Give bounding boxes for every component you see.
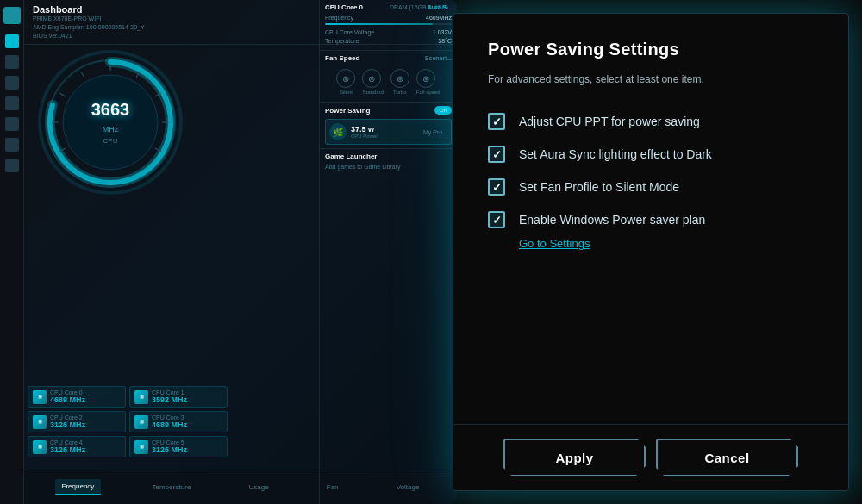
svg-line-6: [81, 72, 84, 78]
svg-line-5: [59, 93, 66, 96]
frequency-row: Frequency 4609MHz: [325, 15, 452, 21]
power-watts: 37.5 w: [351, 125, 378, 134]
checkbox-box-windows-power: ✓: [488, 211, 505, 228]
core-icon-0: ≋: [33, 390, 47, 404]
app-logo: [3, 7, 21, 24]
game-launcher-section: Game Launcher Add games to Game Library: [320, 149, 457, 173]
modal-subtitle: For advanced settings, select at least o…: [488, 72, 814, 87]
checkbox-box-aura-sync: ✓: [488, 146, 505, 163]
cpu-info-section: CPU Core 0 Aura S... Frequency 4609MHz C…: [320, 0, 457, 51]
gauge-label: CPU: [91, 137, 130, 145]
dashboard-panel: Dashboard PRIME X670E-PRO WIFI AMD Eng S…: [0, 0, 457, 504]
checkbox-fan-profile[interactable]: ✓ Set Fan Profile to Silent Mode: [488, 178, 814, 196]
my-profile-tab[interactable]: My Pro...: [423, 129, 447, 135]
sidebar-icon-3[interactable]: [5, 96, 19, 110]
modal-content: Power Saving Settings For advanced setti…: [453, 14, 848, 415]
game-launcher-title: Game Launcher: [325, 152, 452, 160]
voltage-row: CPU Core Voltage 1.032V: [325, 29, 452, 35]
core-item: ≋ CPU Core 1 3592 MHz: [129, 386, 228, 408]
header-left: Dashboard PRIME X670E-PRO WIFI AMD Eng S…: [33, 4, 145, 40]
power-leaf-icon: 🌿: [329, 123, 347, 140]
power-toggle[interactable]: On: [434, 106, 452, 115]
checkbox-label-fan-profile: Set Fan Profile to Silent Mode: [519, 180, 679, 194]
dashboard-title: Dashboard: [33, 4, 145, 15]
cancel-button[interactable]: Cancel: [656, 439, 798, 476]
tab-temperature[interactable]: Temperature: [145, 480, 197, 495]
core-icon-5: ≋: [134, 440, 148, 454]
scenario-label: Scenari...: [425, 55, 452, 61]
frequency-bar: [325, 23, 452, 25]
sidebar: [0, 0, 24, 504]
fan-mode-full[interactable]: ⊛ Full speed: [416, 69, 440, 95]
checkbox-aura-sync[interactable]: ✓ Set Aura Sync lighting effect to Dark: [488, 146, 814, 163]
fan-mode-turbo[interactable]: ⊛ Turbo: [390, 69, 409, 95]
cpu-gauge: 3663 MHz CPU: [24, 36, 197, 208]
core-icon-3: ≋: [134, 415, 148, 429]
core-icon-4: ≋: [33, 440, 47, 454]
aura-label: Aura S...: [428, 4, 452, 10]
checkbox-box-cpu-ppt: ✓: [488, 113, 505, 130]
gauge-reading: 3663 MHz CPU: [91, 100, 130, 145]
power-item: 🌿 37.5 w CPU Power My Pro...: [325, 119, 452, 145]
right-panel: CPU Core 0 Aura S... Frequency 4609MHz C…: [319, 0, 457, 504]
checkbox-windows-power[interactable]: ✓ Enable Windows Power saver plan: [488, 211, 814, 228]
core-item: ≋ CPU Core 4 3126 MHz: [28, 436, 126, 457]
sidebar-icon-4[interactable]: [5, 117, 19, 131]
fan-section: Fan Speed Scenari... ⊛ Silent ⊛ Standard…: [320, 51, 457, 103]
temperature-row: Temperature 38°C: [325, 38, 452, 44]
modal-footer: Apply Cancel: [453, 425, 848, 490]
checkbox-list: ✓ Adjust CPU PPT for power saving ✓ Set …: [488, 113, 814, 398]
sidebar-icon-5[interactable]: [5, 138, 19, 152]
checkbox-label-cpu-ppt: Adjust CPU PPT for power saving: [519, 115, 700, 128]
apply-button[interactable]: Apply: [503, 439, 646, 476]
tab-frequency[interactable]: Frequency: [55, 479, 102, 495]
core-item: ≋ CPU Core 0 4689 MHz: [28, 386, 126, 408]
gauge-value: 3663: [91, 100, 130, 120]
checkbox-box-fan-profile: ✓: [488, 178, 505, 196]
sidebar-icon-1[interactable]: [5, 55, 19, 69]
modal-title: Power Saving Settings: [488, 40, 814, 59]
sidebar-icon-info[interactable]: [5, 34, 19, 48]
sidebar-icon-2[interactable]: [5, 76, 19, 90]
power-saving-modal: Power Saving Settings For advanced setti…: [453, 13, 849, 491]
core-item: ≋ CPU Core 5 3126 MHz: [129, 436, 228, 457]
tab-usage[interactable]: Usage: [242, 480, 276, 495]
fan-mode-silent[interactable]: ⊛ Silent: [336, 69, 355, 95]
sidebar-icon-6[interactable]: [5, 159, 19, 172]
checkbox-label-windows-power: Enable Windows Power saver plan: [519, 213, 705, 227]
power-title: Power Saving: [325, 107, 370, 115]
core-item: ≋ CPU Core 2 3126 MHz: [28, 411, 126, 432]
power-type: CPU Power: [351, 134, 378, 139]
fan-modes: ⊛ Silent ⊛ Standard ⊛ Turbo ⊛ Full speed: [325, 65, 452, 98]
game-add-text[interactable]: Add games to Game Library: [325, 164, 452, 170]
gauge-unit: MHz: [103, 125, 119, 134]
cpu-cores-grid: ≋ CPU Core 0 4689 MHz ≋ CPU Core 1 3592 …: [24, 383, 231, 461]
checkbox-cpu-ppt[interactable]: ✓ Adjust CPU PPT for power saving: [488, 113, 814, 130]
cpu-section-title: CPU Core 0: [325, 3, 363, 11]
core-item: ≋ CPU Core 3 4689 MHz: [129, 411, 228, 432]
fan-mode-standard[interactable]: ⊛ Standard: [362, 69, 383, 95]
core-icon-1: ≋: [134, 390, 148, 404]
frequency-fill: [325, 23, 433, 25]
fan-title: Fan Speed: [325, 54, 359, 62]
goto-settings-link[interactable]: Go to Settings: [519, 237, 814, 250]
checkbox-label-aura-sync: Set Aura Sync lighting effect to Dark: [519, 147, 712, 161]
power-saving-section: Power Saving On 🌿 37.5 w CPU Power My Pr…: [320, 103, 457, 149]
core-icon-2: ≋: [33, 415, 47, 429]
